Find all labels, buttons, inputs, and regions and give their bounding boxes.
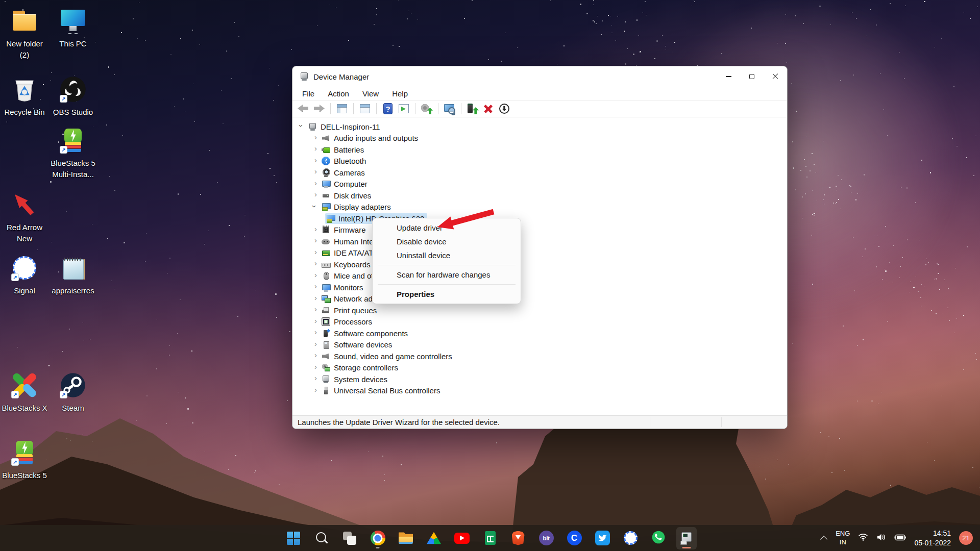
tray-chevron-up-icon[interactable] bbox=[820, 536, 827, 543]
menu-view[interactable]: View bbox=[356, 89, 385, 98]
forward-icon[interactable] bbox=[312, 102, 326, 115]
menu-item-disable-device[interactable]: Disable device bbox=[373, 235, 521, 248]
tree-item-sound-controllers[interactable]: Sound, video and game controllers bbox=[292, 350, 787, 362]
tree-item-ide-controllers[interactable]: IDE ATA/ATAPI controllers bbox=[292, 247, 787, 259]
tree-item-firmware[interactable]: Firmware bbox=[292, 224, 787, 236]
search-button[interactable] bbox=[311, 527, 332, 549]
tree-item-mice[interactable]: Mice and other pointing devices bbox=[292, 270, 787, 282]
tree-item-keyboards[interactable]: Keyboards bbox=[292, 259, 787, 270]
signal-button[interactable] bbox=[620, 527, 641, 549]
star bbox=[793, 167, 795, 169]
battery-icon[interactable] bbox=[894, 534, 906, 543]
star bbox=[398, 0, 399, 1]
tree-item-software-components[interactable]: Software components bbox=[292, 328, 787, 339]
scan-hardware-changes-icon[interactable] bbox=[443, 102, 456, 115]
tree-item-system-devices[interactable]: System devices bbox=[292, 373, 787, 385]
youtube-button[interactable] bbox=[452, 527, 472, 549]
tree-item-network-adapters[interactable]: Network adapters bbox=[292, 293, 787, 305]
desktop-icon-appraiserres[interactable]: appraiserres bbox=[48, 253, 97, 296]
tree-item-print-queues[interactable]: Print queues bbox=[292, 305, 787, 316]
wifi-icon[interactable] bbox=[858, 533, 868, 543]
bluetooth-icon bbox=[322, 157, 330, 165]
export-list-icon[interactable] bbox=[397, 102, 410, 115]
volume-icon[interactable] bbox=[876, 533, 886, 543]
tree-item-bluetooth[interactable]: Bluetooth bbox=[292, 156, 787, 167]
close-button[interactable] bbox=[764, 66, 787, 87]
language-indicator[interactable]: ENGIN bbox=[836, 530, 850, 546]
google-drive-button[interactable] bbox=[424, 527, 444, 549]
uninstall-device-icon[interactable] bbox=[482, 102, 495, 115]
twitter-button[interactable] bbox=[592, 527, 612, 549]
menu-file[interactable]: File bbox=[296, 89, 321, 98]
star bbox=[880, 73, 880, 73]
star bbox=[594, 21, 596, 23]
desktop-icon-new-folder-2[interactable]: New folder (2) bbox=[0, 6, 49, 61]
star bbox=[133, 18, 134, 19]
star bbox=[857, 193, 858, 194]
tree-item-monitors[interactable]: Monitors bbox=[292, 282, 787, 293]
tree-item-cameras[interactable]: Cameras bbox=[292, 167, 787, 179]
desktop-icon-bluestacks-x[interactable]: BlueStacks X bbox=[0, 370, 49, 414]
tree-item-audio-inputs[interactable]: Audio inputs and outputs bbox=[292, 133, 787, 144]
chrome-button[interactable] bbox=[368, 527, 388, 549]
tree-item-software-devices[interactable]: Software devices bbox=[292, 339, 787, 351]
tree-item-disk-drives[interactable]: Disk drives bbox=[292, 190, 787, 202]
task-view-button[interactable] bbox=[339, 527, 360, 549]
clock[interactable]: 14:51 05-01-2022 bbox=[914, 529, 951, 548]
desktop-icon-steam[interactable]: Steam bbox=[48, 370, 97, 414]
device-manager-taskbar-button[interactable] bbox=[676, 527, 697, 549]
star bbox=[625, 21, 625, 22]
menu-item-uninstall-device[interactable]: Uninstall device bbox=[373, 248, 521, 262]
desktop-icon-bluestacks-5-multi[interactable]: BlueStacks 5 Multi-Insta... bbox=[48, 126, 97, 180]
menu-item-scan-hardware-changes[interactable]: Scan for hardware changes bbox=[373, 268, 521, 282]
desktop-icon-red-arrow-new[interactable]: Red Arrow New bbox=[0, 190, 49, 244]
maximize-button[interactable] bbox=[740, 66, 764, 87]
title-bar[interactable]: Device Manager bbox=[292, 66, 787, 87]
star bbox=[806, 137, 806, 137]
star bbox=[114, 74, 114, 75]
desktop-icon-signal[interactable]: Signal bbox=[0, 253, 49, 296]
star bbox=[92, 224, 92, 224]
star bbox=[885, 226, 886, 227]
tree-item-storage-controllers[interactable]: Storage controllers bbox=[292, 362, 787, 374]
star bbox=[83, 322, 83, 323]
tree-item-intel-hd-graphics[interactable]: Intel(R) HD Graphics 620 bbox=[292, 213, 787, 224]
brave-button[interactable] bbox=[508, 527, 528, 549]
console-tree-icon[interactable] bbox=[335, 102, 349, 115]
start-button[interactable] bbox=[283, 527, 304, 549]
tree-item-processors[interactable]: Processors bbox=[292, 316, 787, 328]
bitly-button[interactable]: bit bbox=[536, 527, 556, 549]
menu-item-properties[interactable]: Properties bbox=[373, 287, 521, 301]
disable-device-icon[interactable] bbox=[498, 102, 511, 115]
printer-icon bbox=[322, 306, 330, 315]
desktop-icon-bluestacks-5[interactable]: BlueStacks 5 bbox=[0, 438, 49, 481]
google-sheets-button[interactable] bbox=[480, 527, 500, 549]
desktop-icon-obs-studio[interactable]: OBS Studio bbox=[48, 74, 97, 118]
whatsapp-button[interactable] bbox=[648, 527, 669, 549]
tree-item-display-adapters[interactable]: Display adapters bbox=[292, 202, 787, 213]
tree-item-human-interface-devices[interactable]: Human Interface Devices bbox=[292, 236, 787, 247]
help-icon[interactable] bbox=[381, 102, 395, 115]
minimize-button[interactable] bbox=[717, 66, 740, 87]
file-explorer-button[interactable] bbox=[396, 527, 416, 549]
back-icon[interactable] bbox=[297, 102, 310, 115]
menu-help[interactable]: Help bbox=[385, 89, 414, 98]
star bbox=[330, 4, 330, 5]
coinbase-button[interactable]: C bbox=[564, 527, 584, 549]
bluestacks-x-icon bbox=[10, 370, 39, 400]
desktop-icon-this-pc[interactable]: This PC bbox=[48, 6, 97, 49]
tree-item-batteries[interactable]: Batteries bbox=[292, 144, 787, 156]
update-driver-software-icon[interactable] bbox=[420, 102, 433, 115]
desktop-icon-label: OBS Studio bbox=[53, 107, 93, 118]
desktop-icon-recycle-bin[interactable]: Recycle Bin bbox=[0, 74, 49, 118]
menu-action[interactable]: Action bbox=[321, 89, 356, 98]
star bbox=[122, 135, 123, 136]
properties-window-icon[interactable] bbox=[358, 102, 372, 115]
tree-item-usb-controllers[interactable]: Universal Serial Bus controllers bbox=[292, 385, 787, 397]
active-app-indicator bbox=[682, 547, 691, 548]
star bbox=[813, 213, 814, 214]
tree-item-computer[interactable]: Computer bbox=[292, 179, 787, 190]
update-device-icon[interactable] bbox=[466, 102, 479, 115]
notification-badge[interactable]: 21 bbox=[959, 531, 973, 545]
tree-item-root[interactable]: DELL-Inspiron-11 bbox=[292, 121, 787, 133]
